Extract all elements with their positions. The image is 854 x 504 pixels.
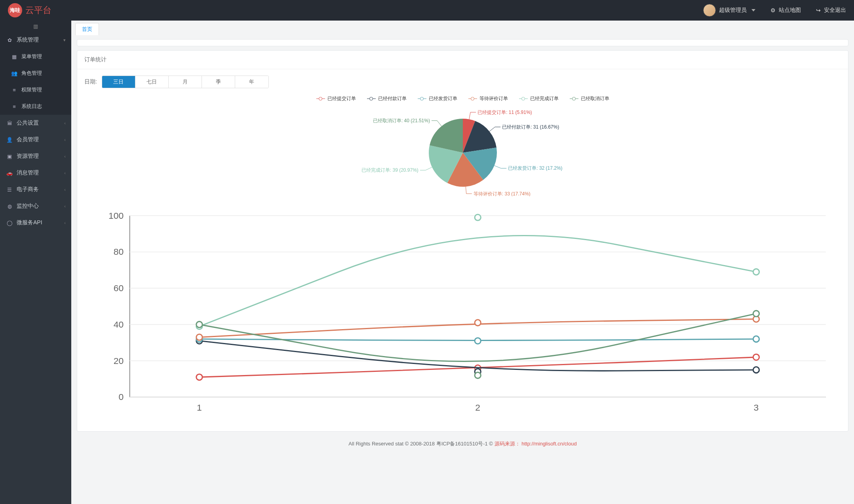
- sidebar-item-menu-mgmt[interactable]: ▦ 菜单管理: [0, 48, 71, 65]
- logo-text: 云平台: [25, 4, 51, 16]
- sidebar-item-label: 权限管理: [21, 86, 42, 93]
- svg-point-30: [475, 338, 481, 344]
- svg-text:100: 100: [108, 210, 124, 221]
- sidebar-item-resource-mgmt[interactable]: ▣ 资源管理 ‹: [0, 148, 71, 165]
- svg-text:1: 1: [197, 402, 202, 413]
- pie-chart: 已经提交订单: 11 (5.91%)已经付款订单: 31 (16.67%)已经发…: [84, 109, 841, 196]
- order-stats-panel: 订单统计 日期: 三日七日月季年 已经提交订单已经付款订单已经发货订单等待评价订…: [77, 50, 848, 432]
- svg-text:3: 3: [754, 402, 759, 413]
- svg-text:已经完成订单: 39 (20.97%): 已经完成订单: 39 (20.97%): [361, 167, 418, 173]
- date-option-button[interactable]: 年: [235, 76, 268, 88]
- svg-text:等待评价订单: 33 (17.74%): 等待评价订单: 33 (17.74%): [473, 191, 530, 196]
- sidebar-item-label: 消息管理: [17, 169, 39, 176]
- svg-point-40: [753, 311, 759, 316]
- chevron-left-icon: ‹: [64, 220, 66, 225]
- sidebar-item-perm-mgmt[interactable]: ≡ 权限管理: [0, 81, 71, 98]
- chevron-left-icon: ‹: [64, 137, 66, 142]
- content-area: 首页 订单统计 日期: 三日七日月季年 已经提交订单已经付款订单已经发货订单等待…: [71, 21, 854, 504]
- sidebar-item-public-settings[interactable]: 🏛 公共设置 ‹: [0, 115, 71, 131]
- caret-down-icon: [751, 9, 755, 11]
- svg-point-38: [196, 322, 202, 328]
- line-chart: 020406080100123: [84, 208, 841, 421]
- date-button-group: 三日七日月季年: [102, 76, 269, 88]
- gear-icon: ✿: [6, 37, 13, 43]
- legend-item[interactable]: 已经提交订单: [316, 95, 356, 102]
- sidebar-item-label: 系统日志: [21, 103, 42, 110]
- sidebar-item-system[interactable]: ✿ 系统管理 ▾: [0, 32, 71, 48]
- legend-item[interactable]: 等待评价订单: [468, 95, 508, 102]
- chevron-left-icon: ‹: [64, 171, 66, 175]
- sitemap-icon: ⚙: [770, 7, 776, 13]
- sidebar-item-label: 监控中心: [17, 203, 39, 210]
- date-label: 日期:: [84, 78, 97, 85]
- legend-item[interactable]: 已经完成订单: [519, 95, 559, 102]
- sidebar-item-monitor[interactable]: ◍ 监控中心 ‹: [0, 198, 71, 214]
- svg-text:40: 40: [114, 319, 124, 330]
- logout-label: 安全退出: [824, 7, 846, 14]
- sidebar-item-label: 角色管理: [21, 70, 42, 77]
- legend-item[interactable]: 已经付款订单: [367, 95, 407, 102]
- panel-spacer-top: [77, 39, 848, 46]
- footer-copyright: All Rights Reserved stat © 2008-2018 粤IC…: [348, 441, 494, 447]
- svg-point-33: [475, 320, 481, 326]
- sidebar-item-label: 系统管理: [17, 36, 39, 44]
- sidebar-item-microservice-api[interactable]: ◯ 微服务API ‹: [0, 214, 71, 231]
- legend-item[interactable]: 已经取消订单: [570, 95, 609, 102]
- svg-text:60: 60: [114, 283, 124, 293]
- chevron-left-icon: ‹: [64, 204, 66, 208]
- folder-icon: ▣: [6, 153, 13, 159]
- user-menu[interactable]: 超级管理员: [703, 4, 755, 17]
- circle-icon: ◯: [6, 220, 13, 226]
- car-icon: 🚗: [6, 170, 13, 176]
- svg-point-32: [196, 334, 202, 340]
- chevron-left-icon: ‹: [64, 121, 66, 125]
- date-option-button[interactable]: 季: [202, 76, 235, 88]
- panel-title: 订单统计: [77, 51, 848, 69]
- user-icon: 👤: [6, 137, 13, 143]
- sidebar-item-label: 资源管理: [17, 153, 39, 160]
- legend-item[interactable]: 已经发货订单: [418, 95, 457, 102]
- svg-text:已经付款订单: 31 (16.67%): 已经付款订单: 31 (16.67%): [502, 124, 559, 130]
- sidebar-item-ecommerce[interactable]: ☰ 电子商务 ‹: [0, 181, 71, 198]
- avatar: [703, 4, 716, 17]
- svg-point-31: [753, 336, 759, 342]
- svg-point-37: [753, 269, 759, 275]
- sidebar-item-label: 会员管理: [17, 136, 39, 143]
- list-icon: ≡: [11, 104, 17, 110]
- list-icon: ≡: [11, 87, 17, 93]
- topbar: 海哇 云平台 超级管理员 ⚙ 站点地图 ↪ 安全退出: [0, 0, 854, 21]
- tab-home[interactable]: 首页: [75, 23, 99, 35]
- svg-text:0: 0: [119, 392, 124, 402]
- svg-point-39: [475, 372, 481, 378]
- chevron-left-icon: ‹: [64, 187, 66, 192]
- svg-point-25: [753, 354, 759, 360]
- sidebar-collapse-toggle[interactable]: ▥: [0, 21, 71, 32]
- date-filter-row: 日期: 三日七日月季年: [84, 76, 841, 88]
- sidebar-item-label: 公共设置: [17, 119, 39, 127]
- tab-bar: 首页: [71, 21, 854, 35]
- date-option-button[interactable]: 七日: [135, 76, 169, 88]
- sidebar-item-message-mgmt[interactable]: 🚗 消息管理 ‹: [0, 165, 71, 181]
- sidebar: ▥ ✿ 系统管理 ▾ ▦ 菜单管理 👥 角色管理 ≡ 权限管理 ≡ 系统日志: [0, 21, 71, 504]
- svg-point-23: [196, 374, 202, 380]
- svg-point-28: [753, 367, 759, 373]
- chart-legend: 已经提交订单已经付款订单已经发货订单等待评价订单已经完成订单已经取消订单: [84, 95, 841, 102]
- date-option-button[interactable]: 月: [169, 76, 202, 88]
- svg-text:已经取消订单: 40 (21.51%): 已经取消订单: 40 (21.51%): [373, 118, 430, 123]
- footer-source-link[interactable]: http://minglisoft.cn/cloud: [521, 441, 576, 447]
- user-label: 超级管理员: [719, 7, 747, 14]
- sitemap-label: 站点地图: [779, 7, 801, 14]
- sidebar-item-label: 微服务API: [17, 219, 42, 226]
- sidebar-item-syslog[interactable]: ≡ 系统日志: [0, 98, 71, 115]
- date-option-button[interactable]: 三日: [102, 76, 135, 88]
- sitemap-link[interactable]: ⚙ 站点地图: [770, 7, 801, 14]
- sidebar-item-role-mgmt[interactable]: 👥 角色管理: [0, 65, 71, 81]
- sidebar-submenu-system: ▦ 菜单管理 👥 角色管理 ≡ 权限管理 ≡ 系统日志: [0, 48, 71, 115]
- sidebar-item-member-mgmt[interactable]: 👤 会员管理 ‹: [0, 131, 71, 148]
- footer: All Rights Reserved stat © 2008-2018 粤IC…: [71, 436, 854, 452]
- logout-icon: ↪: [816, 7, 821, 13]
- sidebar-item-label: 菜单管理: [21, 53, 42, 60]
- sidebar-item-label: 电子商务: [17, 186, 39, 193]
- chevron-left-icon: ‹: [64, 154, 66, 159]
- logout-link[interactable]: ↪ 安全退出: [816, 7, 846, 14]
